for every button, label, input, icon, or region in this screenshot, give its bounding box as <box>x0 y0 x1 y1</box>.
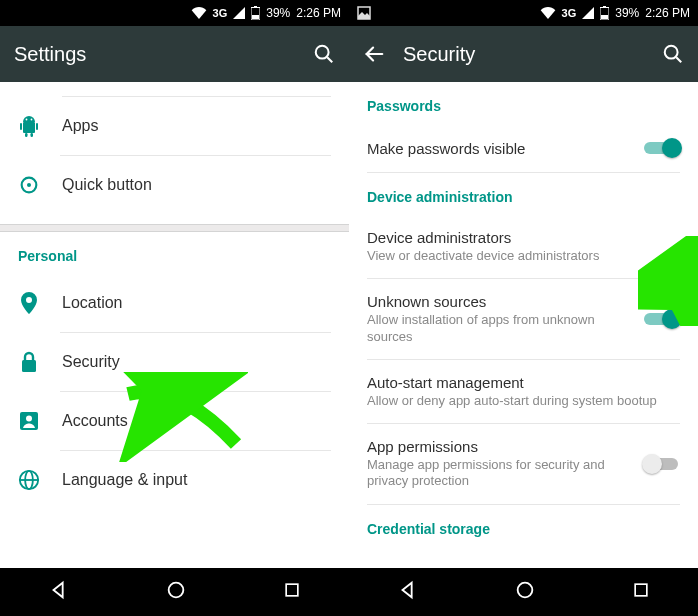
svg-point-20 <box>168 583 183 598</box>
svg-point-10 <box>26 119 28 121</box>
toggle-make-passwords-visible[interactable] <box>644 138 680 158</box>
accounts-icon <box>18 410 40 432</box>
lock-icon <box>18 351 40 373</box>
settings-item-security[interactable]: Security <box>0 333 349 391</box>
page-title: Security <box>403 43 475 66</box>
svg-rect-30 <box>635 584 647 596</box>
section-divider <box>0 224 349 232</box>
section-header-device-admin: Device administration <box>349 173 698 215</box>
nav-home-button[interactable] <box>165 579 187 605</box>
setting-title: Auto-start management <box>367 374 680 391</box>
setting-make-passwords-visible[interactable]: Make passwords visible <box>349 124 698 172</box>
security-list: Passwords Make passwords visible Device … <box>349 82 698 568</box>
battery-icon <box>600 6 609 20</box>
svg-point-13 <box>27 183 31 187</box>
status-bar: 3G 39% 2:26 PM <box>349 0 698 26</box>
nav-back-button[interactable] <box>397 579 419 605</box>
time-label: 2:26 PM <box>296 6 341 20</box>
setting-title: Device administrators <box>367 229 680 246</box>
back-icon[interactable] <box>363 43 385 65</box>
network-label: 3G <box>213 7 228 19</box>
globe-icon <box>18 469 40 491</box>
search-icon[interactable] <box>313 43 335 65</box>
svg-rect-9 <box>31 133 34 137</box>
screenshot-icon <box>357 6 371 20</box>
location-icon <box>18 292 40 314</box>
wifi-icon <box>540 7 556 19</box>
battery-icon <box>251 6 260 20</box>
setting-unknown-sources[interactable]: Unknown sources Allow installation of ap… <box>349 279 698 359</box>
svg-line-28 <box>676 57 681 62</box>
network-label: 3G <box>562 7 577 19</box>
nav-bar <box>0 568 349 616</box>
battery-label: 39% <box>615 6 639 20</box>
svg-line-4 <box>327 57 332 62</box>
setting-subtitle: View or deactivate device administrators <box>367 248 680 264</box>
quick-icon <box>18 174 40 196</box>
settings-screen: 3G 39% 2:26 PM Settings Apps <box>0 0 349 616</box>
setting-title: Unknown sources <box>367 293 632 310</box>
page-title: Settings <box>14 43 86 66</box>
setting-title: App permissions <box>367 438 632 455</box>
section-header-personal: Personal <box>0 232 349 274</box>
settings-item-accounts[interactable]: Accounts <box>0 392 349 450</box>
section-header-credential-storage: Credential storage <box>349 505 698 547</box>
nav-recent-button[interactable] <box>631 580 651 604</box>
status-bar: 3G 39% 2:26 PM <box>0 0 349 26</box>
svg-point-27 <box>665 46 678 59</box>
search-icon[interactable] <box>662 43 684 65</box>
svg-rect-14 <box>22 360 36 372</box>
svg-rect-6 <box>20 123 22 130</box>
setting-auto-start[interactable]: Auto-start management Allow or deny app … <box>349 360 698 423</box>
app-bar: Settings <box>0 26 349 82</box>
svg-point-16 <box>26 416 32 422</box>
setting-subtitle: Manage app permissions for security and … <box>367 457 632 490</box>
time-label: 2:26 PM <box>645 6 690 20</box>
setting-app-permissions[interactable]: App permissions Manage app permissions f… <box>349 424 698 504</box>
settings-item-label: Quick button <box>62 176 152 194</box>
nav-bar <box>349 568 698 616</box>
settings-item-quick-button[interactable]: Quick button <box>0 156 349 214</box>
svg-point-3 <box>316 46 329 59</box>
svg-rect-8 <box>25 133 28 137</box>
svg-rect-24 <box>603 6 606 8</box>
svg-rect-21 <box>286 584 298 596</box>
setting-device-administrators[interactable]: Device administrators View or deactivate… <box>349 215 698 278</box>
app-bar: Security <box>349 26 698 82</box>
nav-back-button[interactable] <box>48 579 70 605</box>
svg-rect-25 <box>601 15 608 19</box>
nav-home-button[interactable] <box>514 579 536 605</box>
settings-item-label: Apps <box>62 117 98 135</box>
security-screen: 3G 39% 2:26 PM Security Passwords Make p… <box>349 0 698 616</box>
settings-item-label: Security <box>62 353 120 371</box>
settings-item-label: Language & input <box>62 471 187 489</box>
svg-rect-1 <box>254 6 257 8</box>
settings-list: Apps Quick button Personal Location <box>0 82 349 568</box>
signal-icon <box>582 7 594 19</box>
wifi-icon <box>191 7 207 19</box>
settings-item-location[interactable]: Location <box>0 274 349 332</box>
section-header-passwords: Passwords <box>349 82 698 124</box>
svg-rect-5 <box>23 122 35 133</box>
setting-subtitle: Allow or deny app auto-start during syst… <box>367 393 680 409</box>
settings-item-label: Accounts <box>62 412 128 430</box>
svg-point-29 <box>517 583 532 598</box>
svg-rect-7 <box>36 123 38 130</box>
toggle-app-permissions[interactable] <box>644 454 680 474</box>
setting-subtitle: Allow installation of apps from unknown … <box>367 312 632 345</box>
battery-label: 39% <box>266 6 290 20</box>
toggle-unknown-sources[interactable] <box>644 309 680 329</box>
android-icon <box>18 115 40 137</box>
setting-title: Make passwords visible <box>367 140 632 157</box>
settings-item-apps[interactable]: Apps <box>0 97 349 155</box>
signal-icon <box>233 7 245 19</box>
settings-item-label: Location <box>62 294 123 312</box>
svg-rect-2 <box>252 15 259 19</box>
settings-item-language[interactable]: Language & input <box>0 451 349 509</box>
svg-point-11 <box>31 119 33 121</box>
nav-recent-button[interactable] <box>282 580 302 604</box>
